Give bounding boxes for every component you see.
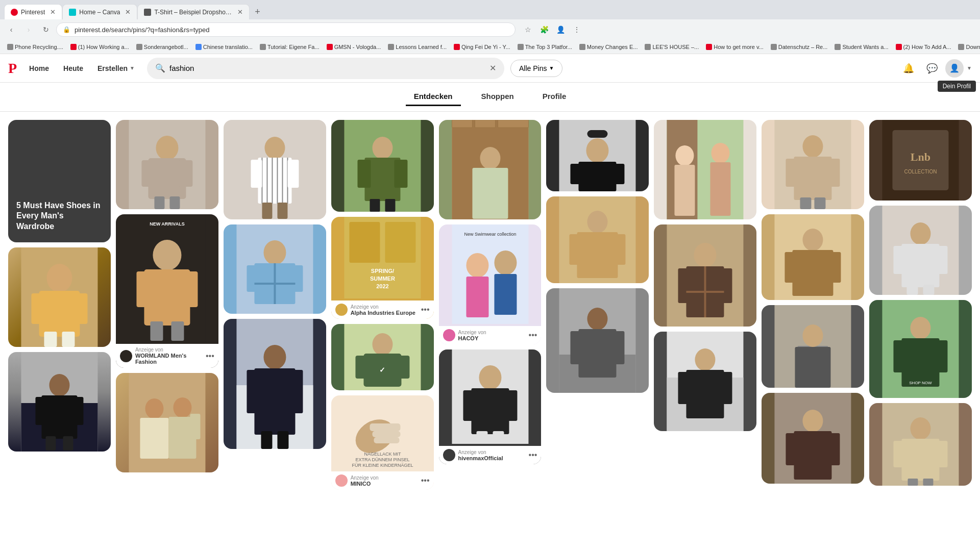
pin-card[interactable] (762, 120, 864, 209)
pin-card[interactable] (331, 120, 434, 212)
tab-close-canva[interactable]: ✕ (125, 8, 131, 16)
svg-point-143 (695, 348, 716, 371)
pin-card[interactable]: SHOP NOW (869, 300, 972, 398)
bookmark-phone-recycling[interactable]: Phone Recycling.... (4, 43, 66, 51)
address-bar: ‹ › ↻ 🔒 pinterest.de/search/pins/?q=fash… (0, 19, 980, 40)
svg-rect-158 (827, 252, 841, 283)
pin-card[interactable]: SPRING/ SUMMER 2022 Anzeige von Alpha In… (331, 217, 434, 319)
tab-pinterest[interactable]: Pinterest ✕ (4, 4, 62, 19)
bookmark-7[interactable]: Lessons Learned f... (385, 43, 450, 51)
clear-search-icon[interactable]: ✕ (489, 63, 496, 73)
pin-card[interactable]: 5 Must Have Shoes in Every Man's Wardrob… (8, 120, 111, 242)
svg-rect-153 (815, 197, 826, 209)
back-button[interactable]: ‹ (4, 22, 18, 37)
pin-card[interactable] (762, 393, 864, 484)
bookmark-8[interactable]: Qing Fei De Yi - Y... (451, 43, 513, 51)
pin-card[interactable] (116, 373, 218, 472)
pin-options-icon[interactable]: ••• (529, 450, 537, 460)
profile-button[interactable]: 👤 (553, 22, 568, 37)
filter-button[interactable]: Alle Pins ▼ (510, 60, 562, 77)
pin-options-icon[interactable]: ••• (421, 476, 430, 485)
svg-point-180 (910, 317, 930, 339)
bookmark-16[interactable]: Download - Clear... (955, 43, 980, 51)
pin-card[interactable] (762, 214, 864, 300)
pin-options-icon[interactable]: ••• (206, 352, 214, 361)
svg-point-148 (803, 135, 823, 158)
pin-card[interactable] (869, 403, 972, 486)
bookmark-5[interactable]: Tutorial: Eigene Fa... (257, 43, 323, 51)
tab-close-pinterest[interactable]: ✕ (50, 8, 56, 16)
tab-entdecken[interactable]: Entdecken (406, 88, 461, 106)
pin-card[interactable] (654, 224, 756, 327)
new-tab-button[interactable]: + (250, 4, 265, 19)
pin-card[interactable]: Anzeige von hivenmaxOfficial ••• (224, 224, 326, 314)
notification-button[interactable]: 🔔 (898, 58, 919, 79)
bookmark-3[interactable]: Sonderangebotl... (133, 43, 191, 51)
pin-card[interactable] (546, 120, 649, 191)
masonry-grid: 5 Must Have Shoes in Every Man's Wardrob… (8, 120, 972, 490)
bookmark-10[interactable]: Money Changes E... (576, 43, 641, 51)
pin-card[interactable]: Anzeige von AMUSELIEBE-Dirndl ••• (654, 120, 756, 219)
tab-profile[interactable]: Profile (534, 88, 575, 106)
bookmark-2[interactable]: (1) How Working a... (67, 43, 132, 51)
pinterest-logo[interactable]: P (8, 60, 17, 77)
pin-card[interactable]: NAGELLACK MIT EXTRA DÜNNEM PINSEL FÜR KL… (331, 395, 434, 490)
search-bar[interactable]: 🔍 ✕ (147, 58, 504, 79)
svg-text:FÜR KLEINE KINDERNÄGEL: FÜR KLEINE KINDERNÄGEL (352, 463, 413, 468)
svg-rect-113 (587, 130, 608, 138)
pin-card[interactable]: Lnb COLLECTION (869, 120, 972, 201)
pin-card[interactable] (8, 247, 111, 347)
forward-button[interactable]: › (21, 22, 36, 37)
svg-point-155 (803, 229, 823, 251)
svg-text:COLLECTION: COLLECTION (904, 169, 937, 174)
bookmark-14[interactable]: Student Wants a... (831, 43, 891, 51)
nav-erstellen[interactable]: Erstellen ▼ (91, 60, 141, 77)
bookmark-13[interactable]: Datenschutz – Re... (768, 43, 831, 51)
advertiser-details: Anzeige von WORMLAND Men's Fashion (135, 347, 203, 365)
svg-rect-121 (611, 234, 626, 265)
pin-card[interactable] (439, 120, 542, 219)
tab-canva[interactable]: Home – Canva ✕ (62, 4, 137, 19)
tab-shoppen[interactable]: Shoppen (473, 88, 522, 106)
tab-tshirt[interactable]: T-Shirt – Beispiel Dropshoppin... ✕ (137, 4, 250, 19)
messages-button[interactable]: 💬 (922, 58, 942, 79)
pin-card[interactable] (762, 305, 864, 388)
pin-card[interactable] (224, 120, 326, 219)
extensions-button[interactable]: 🧩 (537, 22, 551, 37)
bookmark-9[interactable]: The Top 3 Platfor... (514, 43, 575, 51)
svg-rect-53 (288, 265, 303, 292)
nav-heute[interactable]: Heute (57, 60, 89, 77)
pin-options-icon[interactable]: ••• (529, 331, 537, 340)
user-avatar[interactable]: 👤 (945, 59, 964, 78)
menu-button[interactable]: ⋮ (570, 22, 584, 37)
dropdown-arrow-profile[interactable]: ▼ (967, 65, 972, 71)
pin-card[interactable] (8, 352, 111, 452)
tab-close-tshirt[interactable]: ✕ (237, 8, 243, 16)
svg-rect-19 (178, 160, 192, 187)
pin-card[interactable] (546, 196, 649, 283)
pinterest-favicon (11, 9, 18, 16)
bookmark-6[interactable]: GMSN - Vologda... (324, 43, 384, 51)
nav-home[interactable]: Home (23, 60, 55, 77)
pin-card[interactable]: Anzeige von hivenmaxOfficial ••• (439, 349, 542, 464)
svg-text:2022: 2022 (376, 283, 388, 289)
bookmark-12[interactable]: How to get more v... (703, 43, 767, 51)
bookmark-15[interactable]: (2) How To Add A... (893, 43, 954, 51)
pin-card[interactable] (654, 332, 756, 431)
svg-text:SPRING/: SPRING/ (371, 268, 394, 274)
bookmark-4[interactable]: Chinese translatio... (192, 43, 256, 51)
svg-rect-97 (472, 168, 508, 219)
bookmark-button[interactable]: ☆ (521, 22, 535, 37)
pin-card[interactable]: New Swimwear collection Anzeige von HACO… (439, 224, 542, 344)
pin-card[interactable]: ✓ (331, 324, 434, 390)
pin-card[interactable] (869, 206, 972, 295)
pin-card[interactable] (116, 120, 218, 209)
url-bar[interactable]: 🔒 pinterest.de/search/pins/?q=fashion&rs… (56, 22, 516, 37)
bookmark-11[interactable]: LEE'S HOUSE –... (642, 43, 702, 51)
pin-card[interactable] (546, 288, 649, 393)
pin-options-icon[interactable]: ••• (421, 305, 430, 314)
reload-button[interactable]: ↻ (39, 22, 53, 37)
pin-card[interactable]: NEW ARRIVALS Anzeige von WORMLAND Men's … (116, 214, 218, 368)
search-input[interactable] (169, 64, 485, 72)
pin-card[interactable] (224, 319, 326, 449)
